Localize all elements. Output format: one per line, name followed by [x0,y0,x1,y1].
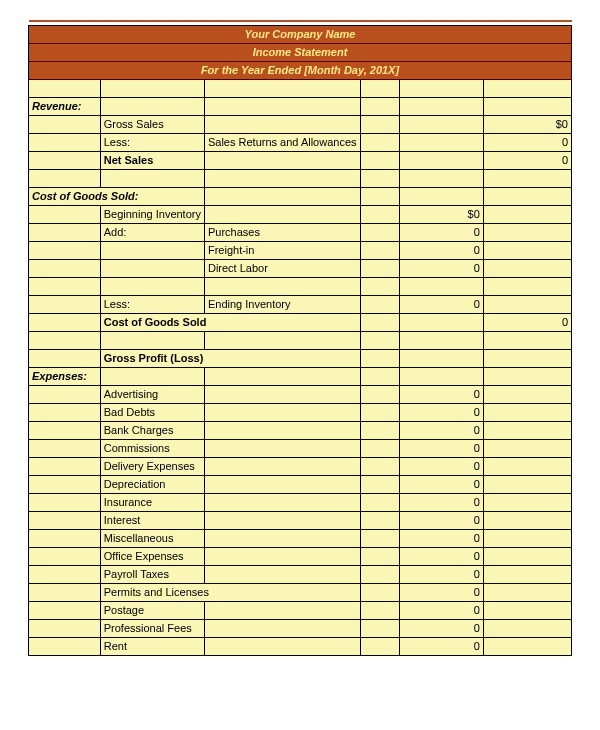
label-beginning-inventory: Beginning Inventory [100,205,204,223]
section-revenue: Revenue: [29,97,101,115]
value-bank-charges: 0 [399,421,483,439]
section-expenses: Expenses: [29,367,101,385]
label-less: Less: [100,133,204,151]
label-net-sales: Net Sales [100,151,204,169]
value-commissions: 0 [399,439,483,457]
label-permits-licenses: Permits and Licenses [100,583,360,601]
value-depreciation: 0 [399,475,483,493]
section-cogs: Cost of Goods Sold: [29,187,205,205]
value-insurance: 0 [399,493,483,511]
label-cogs-total: Cost of Goods Sold [100,313,360,331]
label-insurance: Insurance [100,493,204,511]
label-payroll-taxes: Payroll Taxes [100,565,204,583]
label-interest: Interest [100,511,204,529]
value-net-sales: 0 [483,151,571,169]
header-period: For the Year Ended [Month Day, 201X] [29,61,572,79]
header-company: Your Company Name [29,25,572,43]
value-freight-in: 0 [399,241,483,259]
value-postage: 0 [399,601,483,619]
header-title: Income Statement [29,43,572,61]
value-cogs-total: 0 [483,313,571,331]
value-permits-licenses: 0 [399,583,483,601]
value-interest: 0 [399,511,483,529]
value-rent: 0 [399,637,483,655]
label-rent: Rent [100,637,204,655]
label-purchases: Purchases [204,223,360,241]
label-depreciation: Depreciation [100,475,204,493]
label-freight-in: Freight-in [204,241,360,259]
value-office-expenses: 0 [399,547,483,565]
label-bank-charges: Bank Charges [100,421,204,439]
label-gross-profit: Gross Profit (Loss) [100,349,360,367]
value-beginning-inventory: $0 [399,205,483,223]
value-bad-debts: 0 [399,403,483,421]
label-ending-inventory: Ending Inventory [204,295,360,313]
value-professional-fees: 0 [399,619,483,637]
value-gross-sales: $0 [483,115,571,133]
label-add: Add: [100,223,204,241]
value-advertising: 0 [399,385,483,403]
label-gross-sales: Gross Sales [100,115,204,133]
value-sales-returns: 0 [483,133,571,151]
value-payroll-taxes: 0 [399,565,483,583]
label-office-expenses: Office Expenses [100,547,204,565]
label-advertising: Advertising [100,385,204,403]
label-sales-returns: Sales Returns and Allowances [204,133,360,151]
label-postage: Postage [100,601,204,619]
value-delivery-expenses: 0 [399,457,483,475]
value-ending-inventory: 0 [399,295,483,313]
label-less-2: Less: [100,295,204,313]
label-miscellaneous: Miscellaneous [100,529,204,547]
value-purchases: 0 [399,223,483,241]
label-commissions: Commissions [100,439,204,457]
label-direct-labor: Direct Labor [204,259,360,277]
income-statement-table: Your Company Name Income Statement For t… [28,20,572,656]
value-direct-labor: 0 [399,259,483,277]
label-professional-fees: Professional Fees [100,619,204,637]
value-miscellaneous: 0 [399,529,483,547]
label-delivery-expenses: Delivery Expenses [100,457,204,475]
label-bad-debts: Bad Debts [100,403,204,421]
